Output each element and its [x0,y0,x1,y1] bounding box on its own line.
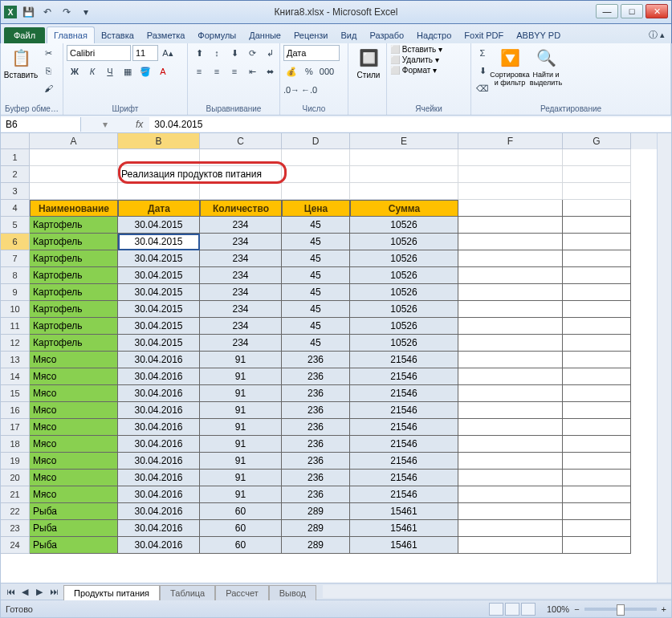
cell[interactable]: 45 [282,234,350,250]
cell[interactable] [458,335,563,352]
cells-area[interactable]: Реализация продуктов питанияНаименование… [30,149,657,554]
column-header-A[interactable]: A [30,133,118,149]
cell[interactable]: 236 [282,419,350,436]
row-header[interactable]: 24 [1,537,30,554]
cell[interactable]: 15461 [350,503,458,520]
cell[interactable]: 21546 [350,486,458,503]
row-header[interactable]: 4 [1,200,30,217]
tab-file[interactable]: Файл [4,27,45,43]
bold-button[interactable]: Ж [67,63,83,79]
cell[interactable] [30,166,118,183]
cell[interactable]: 91 [200,436,282,453]
cell[interactable]: Картофель [30,217,118,234]
sheet-tab[interactable]: Таблица [160,585,215,600]
cell[interactable] [563,301,631,318]
cell[interactable] [563,149,631,166]
clear-icon[interactable]: ⌫ [474,80,491,96]
tab-nav-next[interactable]: ▶ [33,585,46,598]
cell[interactable] [282,166,350,183]
cell[interactable] [350,149,458,166]
fill-icon[interactable]: ⬇ [474,63,491,79]
cell[interactable]: 30.04.2016 [118,352,200,368]
cell[interactable] [563,436,631,453]
align-right-icon[interactable]: ≡ [226,63,242,79]
cell[interactable]: Картофель [30,318,118,335]
cell[interactable]: 45 [282,301,350,318]
cell[interactable]: 21546 [350,385,458,402]
cell[interactable]: 30.04.2016 [118,402,200,419]
column-header-E[interactable]: E [350,133,458,149]
cell[interactable]: 10526 [350,250,458,267]
tab-nav-first[interactable]: ⏮ [4,585,17,598]
vertical-scrollbar[interactable] [657,133,671,583]
cell[interactable] [458,217,563,234]
row-header[interactable]: 9 [1,284,30,301]
cell[interactable]: 234 [200,217,282,234]
tab-insert[interactable]: Вставка [95,27,141,43]
cell[interactable]: 91 [200,470,282,486]
column-header-B[interactable]: B [118,133,200,149]
autosum-icon[interactable]: Σ [474,45,491,61]
select-all[interactable] [1,133,30,149]
tab-review[interactable]: Рецензи [287,27,335,43]
cell[interactable] [563,250,631,267]
cell[interactable]: 60 [200,503,282,520]
indent-dec-icon[interactable]: ⇤ [244,63,260,79]
cell[interactable]: Мясо [30,486,118,503]
cell[interactable]: 236 [282,368,350,385]
cell[interactable] [458,200,563,217]
row-header[interactable]: 12 [1,335,30,352]
row-header[interactable]: 14 [1,368,30,385]
cell[interactable]: Наименование [30,200,118,217]
row-header[interactable]: 1 [1,149,30,166]
cell[interactable] [458,470,563,486]
cell[interactable]: 91 [200,402,282,419]
cell[interactable]: Мясо [30,453,118,470]
cell[interactable] [563,234,631,250]
title-cell[interactable]: Реализация продуктов питания [118,166,200,183]
wrap-text-icon[interactable]: ↲ [262,45,278,61]
cell[interactable] [458,520,563,537]
cell[interactable] [458,402,563,419]
cell[interactable] [563,200,631,217]
cell[interactable]: 10526 [350,301,458,318]
cell[interactable]: 91 [200,385,282,402]
cell[interactable]: 234 [200,318,282,335]
cell[interactable]: 21546 [350,419,458,436]
cell[interactable] [563,318,631,335]
zoom-out-icon[interactable]: − [574,604,579,614]
cell[interactable]: 234 [200,301,282,318]
view-break-icon[interactable] [521,603,536,616]
cells-delete[interactable]: ⬜ Удалить ▾ [390,55,439,64]
cell[interactable] [458,318,563,335]
help-icon[interactable]: ⓘ ▴ [642,26,671,43]
cell[interactable]: 15461 [350,520,458,537]
cell[interactable]: 91 [200,352,282,368]
cell[interactable]: 30.04.2015 [118,217,200,234]
cell[interactable]: 10526 [350,284,458,301]
cell[interactable]: 15461 [350,537,458,554]
cell[interactable]: 21546 [350,470,458,486]
cell[interactable]: 21546 [350,453,458,470]
cell[interactable] [458,537,563,554]
cell[interactable]: 30.04.2016 [118,486,200,503]
tab-home[interactable]: Главная [47,26,95,43]
cell[interactable] [458,385,563,402]
cell[interactable]: 236 [282,470,350,486]
cell[interactable] [282,149,350,166]
cell[interactable]: Мясо [30,419,118,436]
sheet-tab[interactable]: Рассчет [215,585,269,600]
column-header-F[interactable]: F [458,133,563,149]
cell[interactable] [200,183,282,200]
cell[interactable] [458,352,563,368]
cell[interactable] [118,149,200,166]
cell[interactable] [350,183,458,200]
cell[interactable]: 236 [282,402,350,419]
cell[interactable]: Сумма [350,200,458,217]
tab-view[interactable]: Вид [335,27,364,43]
row-header[interactable]: 8 [1,267,30,284]
cell[interactable] [458,486,563,503]
minimize-button[interactable]: — [596,4,618,18]
font-name-combo[interactable]: Calibri [67,45,131,61]
cell[interactable] [458,267,563,284]
